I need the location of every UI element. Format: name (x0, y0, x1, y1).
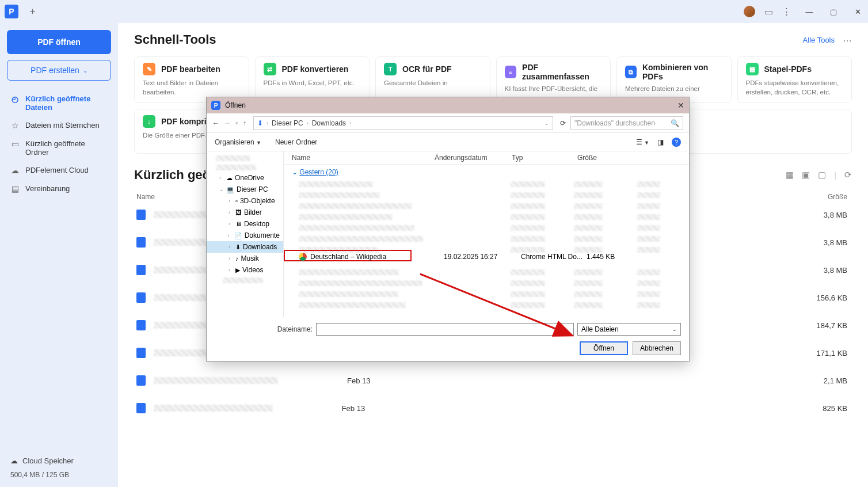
file-list[interactable]: Name Änderungsdatum Typ Größe ⌄ Gestern … (284, 151, 689, 317)
col-size-header: Größe (828, 193, 850, 201)
nav-back-icon[interactable]: ← (212, 119, 219, 127)
file-row-blurred[interactable] (290, 178, 683, 189)
downloads-folder-icon: ⬇ (257, 119, 263, 127)
storage-usage: 500,4 MB / 125 GB (10, 471, 108, 479)
tool-card[interactable]: TOCR für PDFGescannte Dateien in (375, 56, 490, 103)
cloud-storage-row[interactable]: ☁ Cloud Speicher (10, 456, 108, 465)
view-box-icon[interactable]: ▢ (818, 170, 826, 180)
search-input[interactable]: "Downloads" durchsuchen 🔍 (570, 116, 683, 130)
dialog-cancel-button[interactable]: Abbrechen (633, 341, 681, 355)
tree-item[interactable]: ›🖥 Desktop (207, 218, 283, 230)
nav-item-recent-files[interactable]: ◴ Kürzlich geöffnete Dateien (7, 90, 111, 116)
file-row-blurred[interactable] (290, 299, 683, 310)
blurred-filename (154, 377, 278, 384)
breadcrumb-dropdown-icon[interactable]: ⌄ (545, 120, 549, 126)
file-size: 3,8 MB (824, 238, 850, 247)
maximize-button[interactable]: ▢ (828, 6, 839, 17)
organize-button[interactable]: Organisieren ▼ (215, 138, 261, 146)
tree-item[interactable]: ›☁ OneDrive (207, 172, 283, 184)
folder-icon: ▶ (235, 267, 240, 274)
cloud-icon: ☁ (10, 166, 20, 175)
tree-item[interactable]: ›♪ Musik (207, 253, 283, 264)
folder-tree[interactable]: ›☁ OneDrive⌄💻 Dieser PC›▫ 3D-Objekte›🖼 B… (207, 151, 284, 317)
file-size: 1.445 KB (587, 253, 636, 261)
tool-description: Text und Bilder in Dateien bearbeiten. (143, 79, 241, 97)
view-grid-icon[interactable]: ▣ (802, 170, 810, 180)
file-row-blurred[interactable] (290, 189, 683, 200)
col-size[interactable]: Größe (577, 154, 627, 162)
file-size: 156,6 KB (817, 294, 850, 302)
file-row-blurred[interactable] (290, 267, 683, 277)
filetype-select[interactable]: Alle Dateien ⌄ (577, 323, 681, 336)
tree-item[interactable]: ›⬇ Downloads (207, 241, 283, 253)
blurred-filename (154, 405, 273, 412)
file-row-blurred[interactable] (290, 211, 683, 222)
tool-icon: ≡ (505, 66, 517, 78)
breadcrumb-root[interactable]: Dieser PC (272, 119, 303, 127)
close-button[interactable]: ✕ (852, 6, 863, 17)
pdf-icon (136, 237, 146, 248)
breadcrumb-current[interactable]: Downloads (312, 119, 346, 127)
tree-item[interactable]: ⌄💻 Dieser PC (207, 184, 283, 195)
nav-item-recent-folders[interactable]: ▭ Kürzlich geöffnete Ordner (7, 135, 111, 161)
file-row-blurred[interactable] (290, 277, 683, 288)
dialog-close-button[interactable]: ✕ (677, 101, 684, 110)
folder-icon: ♪ (235, 255, 239, 262)
col-date[interactable]: Änderungsdatum (435, 154, 512, 162)
chevron-down-icon: ⌄ (83, 67, 87, 74)
file-row-blurred[interactable] (290, 222, 683, 233)
tree-item[interactable]: ›🖼 Bilder (207, 207, 283, 218)
tool-description: PDFs stapelweise konvertieren, erstellen… (746, 79, 844, 97)
all-tools-link[interactable]: Alle Tools (803, 36, 835, 44)
user-avatar[interactable] (744, 6, 755, 17)
clock-icon: ◴ (10, 94, 20, 104)
file-size: 2,1 MB (824, 376, 850, 385)
notification-icon[interactable]: ▭ (764, 6, 773, 17)
folder-icon: 💻 (226, 186, 234, 193)
file-size: 3,8 MB (824, 266, 850, 275)
tool-card[interactable]: ≡PDF zusammenfassenKI fasst Ihre PDF-Übe… (496, 56, 611, 103)
nav-history-icon[interactable]: ▾ (235, 120, 238, 126)
view-list-icon[interactable]: ▦ (786, 170, 794, 180)
view-layout-icon[interactable]: ☰ ▼ (636, 138, 649, 146)
preview-pane-icon[interactable]: ◨ (657, 138, 664, 146)
tool-card[interactable]: ▦Stapel-PDFsPDFs stapelweise konvertiere… (737, 56, 852, 103)
filename-input[interactable] (316, 323, 574, 336)
breadcrumb-bar[interactable]: ⬇ › Dieser PC › Downloads › ⌄ (253, 116, 553, 130)
tool-card[interactable]: ⧉Kombinieren von PDFsMehrere Dateien zu … (616, 56, 732, 103)
nav-item-agreement[interactable]: ▤ Vereinbarung (7, 180, 111, 198)
file-row-selected[interactable]: Deutschland – Wikipedia 19.02.2025 16:27… (290, 251, 683, 262)
col-name[interactable]: Name (292, 154, 435, 162)
filetype-value: Alle Dateien (581, 325, 619, 333)
refresh-icon[interactable]: ⟳ (844, 170, 852, 180)
file-row-blurred[interactable] (290, 233, 683, 244)
group-heading[interactable]: ⌄ Gestern (20) (290, 165, 683, 178)
nav-forward-icon[interactable]: → (224, 119, 231, 127)
create-pdf-button[interactable]: PDF erstellen ⌄ (7, 60, 111, 81)
nav-item-cloud[interactable]: ☁ PDFelement Cloud (7, 161, 111, 180)
nav-up-icon[interactable]: ↑ (243, 119, 246, 127)
refresh-icon[interactable]: ⟳ (560, 119, 566, 127)
open-pdf-button[interactable]: PDF öffnen (7, 30, 111, 54)
recent-file-row[interactable]: Feb 13825 KB (134, 394, 852, 422)
help-icon[interactable]: ? (672, 138, 681, 147)
minimize-button[interactable]: — (804, 6, 815, 17)
tree-item[interactable]: ›▶ Videos (207, 264, 283, 276)
new-tab-button[interactable]: + (30, 6, 35, 17)
recent-file-row[interactable]: Feb 132,1 MB (134, 367, 852, 394)
file-date: Feb 13 (273, 404, 566, 413)
folder-icon: 🖼 (235, 209, 242, 216)
new-folder-button[interactable]: Neuer Ordner (275, 138, 317, 146)
tree-item[interactable]: ›▫ 3D-Objekte (207, 195, 283, 207)
dialog-open-button[interactable]: Öffnen (580, 341, 628, 355)
more-tools-icon[interactable]: … (843, 33, 852, 46)
file-row-blurred[interactable] (290, 200, 683, 211)
tree-label: Musik (241, 254, 259, 262)
tool-card[interactable]: ⇄PDF konvertierenPDFs in Word, Excel, PP… (255, 56, 370, 103)
tree-item[interactable]: ›📄 Dokumente (207, 230, 283, 241)
nav-item-starred[interactable]: ☆ Dateien mit Sternchen (7, 116, 111, 135)
file-row-blurred[interactable] (290, 288, 683, 299)
col-type[interactable]: Typ (512, 154, 577, 162)
tool-card[interactable]: ✎PDF bearbeitenText und Bilder in Dateie… (134, 56, 249, 103)
menu-dots-icon[interactable]: ⋮ (782, 6, 791, 17)
